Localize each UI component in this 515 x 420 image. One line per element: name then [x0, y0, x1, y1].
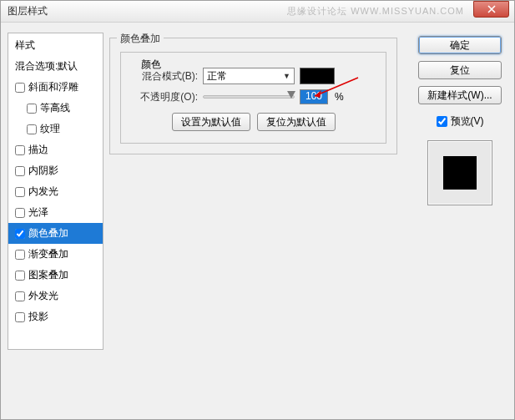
style-item-2[interactable]: 纹理	[8, 119, 103, 139]
style-item-label: 外发光	[28, 289, 58, 303]
style-item-checkbox[interactable]	[15, 83, 25, 93]
style-item-11[interactable]: 投影	[8, 306, 103, 327]
style-item-checkbox[interactable]	[27, 124, 37, 134]
preview-swatch	[443, 156, 477, 190]
preview-box	[427, 140, 492, 205]
style-item-5[interactable]: 内发光	[8, 181, 103, 202]
color-overlay-fieldset: 颜色叠加 颜色 混合模式(B): 正常 ▼ 不透明度(O):	[109, 38, 397, 154]
style-item-6[interactable]: 光泽	[8, 202, 103, 223]
cancel-button[interactable]: 复位	[418, 61, 502, 79]
style-item-4[interactable]: 内阴影	[8, 160, 103, 181]
style-item-label: 描边	[28, 143, 48, 157]
overlay-color-swatch[interactable]	[300, 68, 335, 84]
style-item-checkbox[interactable]	[15, 187, 25, 197]
content: 样式 混合选项:默认 斜面和浮雕等高线纹理描边内阴影内发光光泽颜色叠加渐变叠加图…	[1, 24, 514, 419]
style-item-checkbox[interactable]	[15, 271, 25, 281]
watermark: 思缘设计论坛 WWW.MISSYUAN.COM	[287, 5, 464, 18]
style-item-label: 纹理	[40, 122, 60, 136]
style-item-checkbox[interactable]	[15, 312, 25, 322]
close-button[interactable]	[473, 1, 509, 18]
reset-default-button[interactable]: 复位为默认值	[257, 113, 336, 131]
style-item-8[interactable]: 渐变叠加	[8, 244, 103, 265]
style-item-label: 颜色叠加	[28, 226, 68, 240]
style-item-1[interactable]: 等高线	[8, 98, 103, 119]
style-item-checkbox[interactable]	[15, 166, 25, 176]
color-group-legend: 颜色	[138, 58, 164, 72]
slider-thumb-icon	[287, 91, 295, 99]
style-item-label: 渐变叠加	[28, 247, 68, 261]
effect-settings-panel: 颜色叠加 颜色 混合模式(B): 正常 ▼ 不透明度(O):	[109, 33, 397, 383]
chevron-down-icon: ▼	[283, 72, 290, 80]
titlebar: 图层样式 思缘设计论坛 WWW.MISSYUAN.COM	[1, 1, 514, 23]
blend-mode-select[interactable]: 正常 ▼	[203, 68, 295, 84]
blending-options-row[interactable]: 混合选项:默认	[8, 56, 103, 77]
style-item-checkbox[interactable]	[27, 104, 37, 114]
preview-label: 预览(V)	[451, 114, 484, 129]
default-buttons-row: 设置为默认值 复位为默认值	[129, 113, 377, 131]
preview-toggle-row: 预览(V)	[414, 114, 506, 129]
style-item-checkbox[interactable]	[15, 208, 25, 218]
opacity-row: 不透明度(O): 100 %	[129, 89, 377, 104]
style-item-checkbox[interactable]	[15, 229, 25, 239]
blending-options-label: 混合选项:默认	[15, 59, 78, 73]
preview-checkbox[interactable]	[437, 116, 447, 127]
style-item-label: 图案叠加	[28, 268, 68, 282]
layer-style-dialog: 图层样式 思缘设计论坛 WWW.MISSYUAN.COM 样式 混合选项:默认 …	[0, 0, 515, 420]
style-item-checkbox[interactable]	[15, 250, 25, 260]
panel-title: 颜色叠加	[117, 32, 164, 46]
opacity-unit: %	[335, 91, 344, 103]
style-item-3[interactable]: 描边	[8, 139, 103, 160]
blend-mode-row: 混合模式(B): 正常 ▼	[129, 68, 377, 84]
style-item-label: 等高线	[40, 101, 70, 115]
style-item-label: 内阴影	[28, 164, 58, 178]
style-item-label: 光泽	[28, 205, 48, 220]
opacity-label: 不透明度(O):	[129, 90, 198, 104]
window-title: 图层样式	[8, 4, 48, 18]
style-item-label: 斜面和浮雕	[28, 80, 78, 94]
close-icon	[487, 5, 496, 13]
color-group: 颜色 混合模式(B): 正常 ▼ 不透明度(O):	[120, 52, 386, 144]
new-style-button[interactable]: 新建样式(W)...	[418, 86, 502, 104]
make-default-button[interactable]: 设置为默认值	[172, 113, 250, 131]
styles-header[interactable]: 样式	[8, 33, 103, 56]
opacity-slider[interactable]	[203, 95, 295, 99]
style-item-checkbox[interactable]	[15, 145, 25, 155]
blend-mode-value: 正常	[207, 69, 227, 83]
style-item-10[interactable]: 外发光	[8, 286, 103, 306]
style-item-checkbox[interactable]	[15, 291, 25, 301]
style-item-7[interactable]: 颜色叠加	[8, 223, 103, 244]
style-item-label: 内发光	[28, 185, 58, 199]
ok-button[interactable]: 确定	[418, 36, 502, 54]
opacity-input[interactable]: 100	[300, 89, 328, 104]
style-item-0[interactable]: 斜面和浮雕	[8, 77, 103, 98]
style-item-label: 投影	[28, 310, 48, 324]
style-item-9[interactable]: 图案叠加	[8, 265, 103, 286]
styles-list-panel: 样式 混合选项:默认 斜面和浮雕等高线纹理描边内阴影内发光光泽颜色叠加渐变叠加图…	[8, 33, 104, 350]
right-button-panel: 确定 复位 新建样式(W)... 预览(V)	[414, 36, 506, 205]
